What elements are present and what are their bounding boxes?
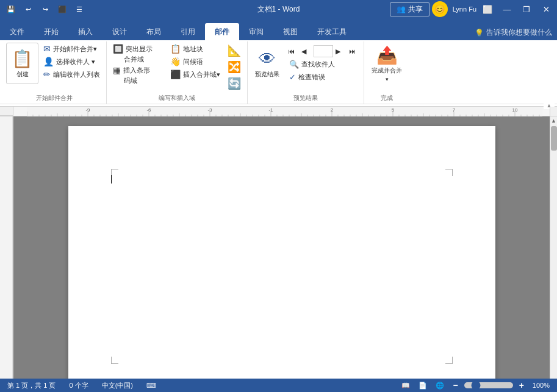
next-record-button[interactable]: ▶ xyxy=(334,46,347,57)
preview-group-label: 预览结果 xyxy=(251,93,360,104)
finish-merge-button[interactable]: 📤 完成并合并 ▾ xyxy=(368,43,406,85)
ribbon-toggle-btn[interactable]: ⬜ xyxy=(479,0,496,18)
last-record-button[interactable]: ⏭ xyxy=(348,46,360,56)
address-block-button[interactable]: 📋 地址块 xyxy=(168,43,223,55)
create-button[interactable]: 📋 创建 xyxy=(6,43,38,84)
insert-merge-field-button[interactable]: ⬛ 插入合并域▾ xyxy=(168,68,223,80)
record-number-input[interactable] xyxy=(314,45,333,57)
edit-recipients-button[interactable]: ✏ 编辑收件人列表 xyxy=(41,68,102,80)
rules-button[interactable]: 📐 xyxy=(225,43,243,59)
lightbulb-icon: 💡 xyxy=(475,29,484,37)
svg-text:5: 5 xyxy=(392,107,395,113)
tab-file[interactable]: 文件 xyxy=(0,23,34,40)
start-merge-icon: ✉ xyxy=(43,44,51,54)
zoom-slider[interactable] xyxy=(464,382,513,388)
match-fields-button[interactable]: 🔀 xyxy=(225,59,243,75)
start-merge-label: 开始邮件合并▾ xyxy=(53,45,97,54)
web-layout-btn[interactable]: 🌐 xyxy=(433,382,447,390)
document-area[interactable] xyxy=(13,116,550,387)
svg-text:-1: -1 xyxy=(268,107,273,113)
check-label: 检查错误 xyxy=(298,73,325,82)
tab-view[interactable]: 视图 xyxy=(273,23,307,40)
read-mode-btn[interactable]: 📖 xyxy=(399,382,412,390)
ruler-corner xyxy=(0,107,13,116)
check-errors-button[interactable]: ✓ 检查错误 xyxy=(287,71,360,83)
finish-icon: 📤 xyxy=(376,45,398,65)
zoom-plus[interactable]: + xyxy=(517,380,526,390)
document-page[interactable] xyxy=(68,126,495,387)
redo-btn[interactable]: ↪ xyxy=(38,2,52,16)
tab-developer[interactable]: 开发工具 xyxy=(307,23,356,40)
minimize-btn[interactable]: — xyxy=(498,0,516,18)
tab-design[interactable]: 设计 xyxy=(102,23,137,40)
zoom-minus[interactable]: − xyxy=(450,380,460,390)
preview-results-button[interactable]: 👁 预览结果 xyxy=(251,43,283,84)
edit-label: 编辑收件人列表 xyxy=(53,70,100,79)
svg-text:-6: -6 xyxy=(146,107,151,113)
ribbon: 📋 创建 ✉ 开始邮件合并▾ 👤 选择收件人 ▾ xyxy=(0,40,557,107)
tab-insert[interactable]: 插入 xyxy=(68,23,102,40)
language[interactable]: 中文(中国) xyxy=(99,381,135,390)
tab-layout[interactable]: 布局 xyxy=(137,23,171,40)
update-labels-button[interactable]: 🔄 xyxy=(225,76,243,91)
prev-record-button[interactable]: ◀ xyxy=(300,46,312,57)
match-icon: 🔀 xyxy=(228,60,241,74)
share-label: 共享 xyxy=(408,4,423,15)
tab-review[interactable]: 审阅 xyxy=(239,23,273,40)
touch-btn[interactable]: ☰ xyxy=(72,2,87,16)
svg-text:10: 10 xyxy=(512,107,518,113)
first-record-button[interactable]: ⏮ xyxy=(287,46,299,56)
greeting-button[interactable]: 👋 问候语 xyxy=(168,55,223,68)
insert-field-label: 插入合并域▾ xyxy=(183,70,220,79)
find-recipient-button[interactable]: 🔍 查找收件人 xyxy=(287,59,360,70)
insert-barcode-button[interactable]: ▦ 插入条形 xyxy=(110,64,165,76)
highlight-label: 突出显示 xyxy=(126,45,153,54)
ribbon-group-preview: 👁 预览结果 ⏮ ◀ ▶ ⏭ 🔍 查找收件人 xyxy=(248,41,364,104)
start-merge-group-label: 开始邮件合并 xyxy=(6,93,102,104)
barcode-icon: ▦ xyxy=(113,65,121,75)
zoom-percent[interactable]: 100% xyxy=(530,382,552,389)
vertical-scrollbar[interactable]: ▲ ▼ xyxy=(550,116,557,387)
tab-references[interactable]: 引用 xyxy=(171,23,205,40)
highlight-fields-button[interactable]: 🔲 突出显示 xyxy=(110,43,165,55)
word-count[interactable]: 0 个字 xyxy=(66,381,90,390)
tab-mailings[interactable]: 邮件 xyxy=(205,23,239,40)
tell-me-box[interactable]: 💡 告诉我你想要做什么 xyxy=(470,25,557,40)
share-button[interactable]: 👥 共享 xyxy=(390,2,429,16)
keyboard-icon[interactable]: ⌨ xyxy=(144,382,159,390)
username: Lynn Fu xyxy=(453,5,476,13)
ruler-vertical xyxy=(0,116,13,387)
undo-btn[interactable]: ↩ xyxy=(21,2,35,16)
save-btn[interactable]: 💾 xyxy=(4,2,18,16)
user-area: 👥 共享 😊 Lynn Fu ⬜ — ❐ ✕ xyxy=(390,0,557,18)
svg-text:2: 2 xyxy=(331,107,334,113)
edit-icon: ✏ xyxy=(43,69,51,79)
customize-btn[interactable]: ⬛ xyxy=(55,2,70,16)
select-recipients-button[interactable]: 👤 选择收件人 ▾ xyxy=(41,55,102,68)
page-info[interactable]: 第 1 页，共 1 页 xyxy=(5,381,58,390)
close-btn[interactable]: ✕ xyxy=(537,0,555,18)
tab-bar: 文件 开始 插入 设计 布局 引用 邮件 审阅 视图 开发工具 💡 告诉我你想要… xyxy=(0,18,557,40)
start-mail-merge-button[interactable]: ✉ 开始邮件合并▾ xyxy=(41,43,102,55)
write-insert-content: 🔲 突出显示 合并域 ▦ 插入条形 码域 📋 xyxy=(110,41,243,93)
preview-content: 👁 预览结果 ⏮ ◀ ▶ ⏭ 🔍 查找收件人 xyxy=(251,41,360,93)
select-icon: 👤 xyxy=(43,57,54,66)
user-avatar[interactable]: 😊 xyxy=(432,1,448,17)
restore-btn[interactable]: ❐ xyxy=(518,0,535,18)
scroll-up-arrow[interactable]: ▲ xyxy=(550,116,558,125)
ribbon-group-write-insert: 🔲 突出显示 合并域 ▦ 插入条形 码域 📋 xyxy=(107,41,248,104)
print-layout-btn[interactable]: 📄 xyxy=(416,382,429,390)
ribbon-group-finish: 📤 完成并合并 ▾ 完成 xyxy=(364,41,409,104)
ribbon-group-start-merge: 📋 创建 ✉ 开始邮件合并▾ 👤 选择收件人 ▾ xyxy=(2,41,107,104)
address-label: 地址块 xyxy=(183,45,203,54)
finish-label: 完成并合并 xyxy=(372,66,402,75)
finish-group-label: 完成 xyxy=(368,93,406,104)
barcode-label: 插入条形 xyxy=(123,66,150,75)
create-icon: 📋 xyxy=(12,49,33,69)
scroll-thumb[interactable] xyxy=(551,126,557,151)
tab-home[interactable]: 开始 xyxy=(34,23,68,40)
find-label: 查找收件人 xyxy=(301,60,335,69)
write-insert-group-label: 编写和插入域 xyxy=(110,93,243,104)
title-bar: 💾 ↩ ↪ ⬛ ☰ 文档1 - Word 👥 共享 😊 Lynn Fu ⬜ — … xyxy=(0,0,557,18)
tell-me-text: 告诉我你想要做什么 xyxy=(486,27,552,38)
